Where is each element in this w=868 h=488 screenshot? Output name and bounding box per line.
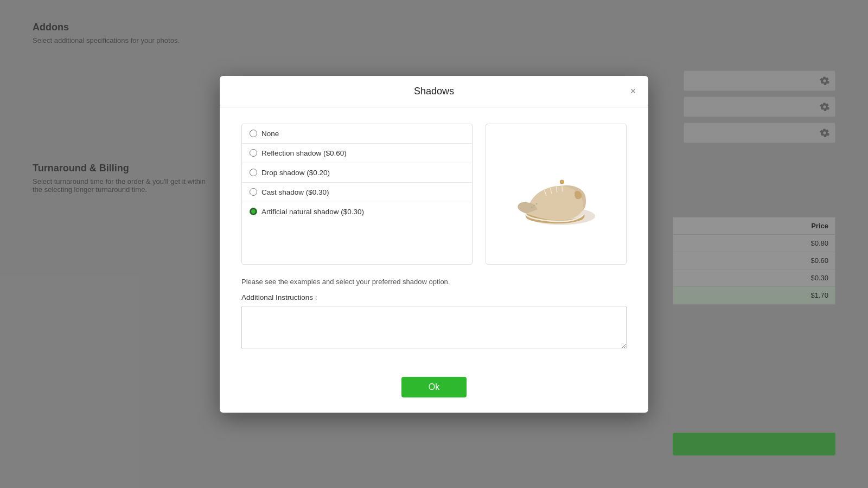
modal-footer: Ok (220, 367, 648, 413)
option-reflection[interactable]: Reflection shadow ($0.60) (242, 144, 472, 163)
svg-line-7 (562, 185, 563, 191)
option-artificial-label: Artificial natural shadow ($0.30) (261, 208, 364, 216)
radio-artificial[interactable] (250, 208, 257, 215)
shadows-modal: Shadows × None Reflection shadow ($0.60) (220, 76, 648, 413)
radio-options-list: None Reflection shadow ($0.60) Drop shad… (241, 124, 473, 265)
svg-point-9 (533, 204, 535, 206)
option-reflection-label: Reflection shadow ($0.60) (261, 149, 347, 157)
options-preview-row: None Reflection shadow ($0.60) Drop shad… (241, 124, 627, 265)
radio-drop[interactable] (250, 169, 257, 176)
modal-body: None Reflection shadow ($0.60) Drop shad… (220, 107, 648, 367)
additional-instructions-label: Additional Instructions : (241, 293, 627, 301)
shoe-preview-image (507, 151, 605, 237)
modal-close-button[interactable]: × (627, 85, 640, 98)
ok-button[interactable]: Ok (401, 377, 467, 397)
option-artificial[interactable]: Artificial natural shadow ($0.30) (242, 202, 472, 221)
radio-reflection[interactable] (250, 149, 257, 157)
option-cast-label: Cast shadow ($0.30) (261, 188, 329, 196)
svg-point-8 (531, 206, 533, 208)
option-none[interactable]: None (242, 124, 472, 144)
additional-instructions-input[interactable] (241, 306, 627, 349)
option-drop-label: Drop shadow ($0.20) (261, 169, 330, 177)
radio-none[interactable] (250, 130, 257, 137)
option-none-label: None (261, 130, 279, 138)
svg-point-10 (536, 203, 538, 204)
modal-overlay: Shadows × None Reflection shadow ($0.60) (0, 0, 868, 488)
option-drop[interactable]: Drop shadow ($0.20) (242, 163, 472, 183)
radio-cast[interactable] (250, 188, 257, 196)
instruction-text: Please see the examples and select your … (241, 278, 627, 286)
modal-title: Shadows (414, 86, 454, 97)
modal-header: Shadows × (220, 76, 648, 107)
preview-box (486, 124, 627, 265)
option-cast[interactable]: Cast shadow ($0.30) (242, 183, 472, 202)
svg-point-11 (560, 179, 564, 183)
